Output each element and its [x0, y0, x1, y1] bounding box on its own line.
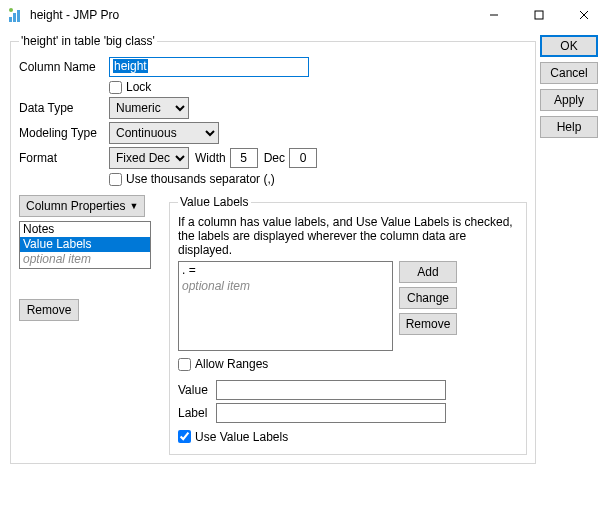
main-fieldset: 'height' in table 'big class' Column Nam… [10, 34, 536, 464]
list-item[interactable]: Value Labels [20, 237, 150, 252]
format-label: Format [19, 151, 109, 165]
format-select[interactable]: Fixed Dec [109, 147, 189, 169]
lock-label: Lock [126, 80, 151, 94]
remove-property-button[interactable]: Remove [19, 299, 79, 321]
value-labels-desc: If a column has value labels, and Use Va… [178, 215, 518, 257]
svg-point-3 [9, 8, 13, 12]
svg-rect-0 [9, 17, 12, 22]
minimize-button[interactable] [471, 0, 516, 30]
allow-ranges-checkbox[interactable]: Allow Ranges [178, 357, 268, 371]
modeling-type-select[interactable]: Continuous [109, 122, 219, 144]
use-value-labels-input[interactable] [178, 430, 191, 443]
value-labels-fieldset: Value Labels If a column has value label… [169, 195, 527, 455]
width-input[interactable] [230, 148, 258, 168]
width-label: Width [195, 151, 226, 165]
chevron-down-icon: ▼ [129, 201, 138, 211]
value-labels-list[interactable]: . = optional item [178, 261, 393, 351]
list-item-optional[interactable]: optional item [20, 252, 150, 267]
modeling-type-label: Modeling Type [19, 126, 109, 140]
window-buttons [471, 0, 606, 30]
use-value-labels-checkbox[interactable]: Use Value Labels [178, 430, 288, 444]
list-item-optional[interactable]: optional item [179, 278, 392, 294]
main-legend: 'height' in table 'big class' [19, 34, 157, 48]
svg-rect-2 [17, 10, 20, 22]
cancel-button[interactable]: Cancel [540, 62, 598, 84]
help-button[interactable]: Help [540, 116, 598, 138]
thousands-checkbox-input[interactable] [109, 173, 122, 186]
data-type-label: Data Type [19, 101, 109, 115]
window-title: height - JMP Pro [30, 8, 471, 22]
label-field-label: Label [178, 406, 216, 420]
add-button[interactable]: Add [399, 261, 457, 283]
app-icon [8, 7, 24, 23]
data-type-select[interactable]: Numeric [109, 97, 189, 119]
value-labels-legend: Value Labels [178, 195, 251, 209]
lock-checkbox-input[interactable] [109, 81, 122, 94]
label-input[interactable] [216, 403, 446, 423]
remove-value-button[interactable]: Remove [399, 313, 457, 335]
column-properties-button[interactable]: Column Properties ▼ [19, 195, 145, 217]
list-item[interactable]: Notes [20, 222, 150, 237]
thousands-label: Use thousands separator (,) [126, 172, 275, 186]
dec-label: Dec [264, 151, 285, 165]
column-name-input[interactable] [109, 57, 309, 77]
use-value-labels-label: Use Value Labels [195, 430, 288, 444]
change-button[interactable]: Change [399, 287, 457, 309]
value-input[interactable] [216, 380, 446, 400]
column-properties-label: Column Properties [26, 199, 125, 213]
column-name-label: Column Name [19, 60, 109, 74]
list-item[interactable]: . = [179, 262, 392, 278]
titlebar: height - JMP Pro [0, 0, 606, 30]
allow-ranges-label: Allow Ranges [195, 357, 268, 371]
lock-checkbox[interactable]: Lock [109, 80, 151, 94]
value-field-label: Value [178, 383, 216, 397]
allow-ranges-input[interactable] [178, 358, 191, 371]
dec-input[interactable] [289, 148, 317, 168]
apply-button[interactable]: Apply [540, 89, 598, 111]
close-button[interactable] [561, 0, 606, 30]
ok-button[interactable]: OK [540, 35, 598, 57]
thousands-checkbox[interactable]: Use thousands separator (,) [109, 172, 275, 186]
svg-rect-1 [13, 13, 16, 22]
column-properties-list[interactable]: Notes Value Labels optional item [19, 221, 151, 269]
maximize-button[interactable] [516, 0, 561, 30]
svg-rect-5 [535, 11, 543, 19]
